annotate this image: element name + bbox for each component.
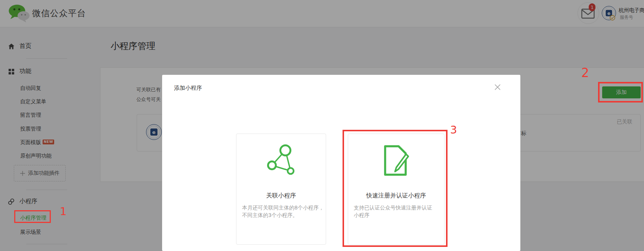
link-miniprogram-option[interactable]: 关联小程序 本月还可关联同主体的8个小程序， 不同主体的3个小程序。 xyxy=(236,134,326,245)
annotation-box-step2 xyxy=(598,82,643,102)
option-description: 本月还可关联同主体的8个小程序， 不同主体的3个小程序。 xyxy=(242,204,324,219)
option-title: 关联小程序 xyxy=(236,192,326,200)
annotation-number-1: 1 xyxy=(60,206,66,217)
network-nodes-icon xyxy=(266,144,297,175)
annotation-box-step1 xyxy=(14,210,51,223)
annotation-box-step3 xyxy=(343,130,448,247)
close-icon[interactable] xyxy=(492,82,503,93)
annotation-number-3: 3 xyxy=(450,125,457,135)
dialog-title: 添加小程序 xyxy=(174,85,202,92)
add-miniprogram-dialog: 添加小程序 关联小程序 本月还可关联同主体的8个小程序， 不同主体的3个小程序。… xyxy=(162,75,520,251)
annotation-number-2: 2 xyxy=(581,67,589,79)
